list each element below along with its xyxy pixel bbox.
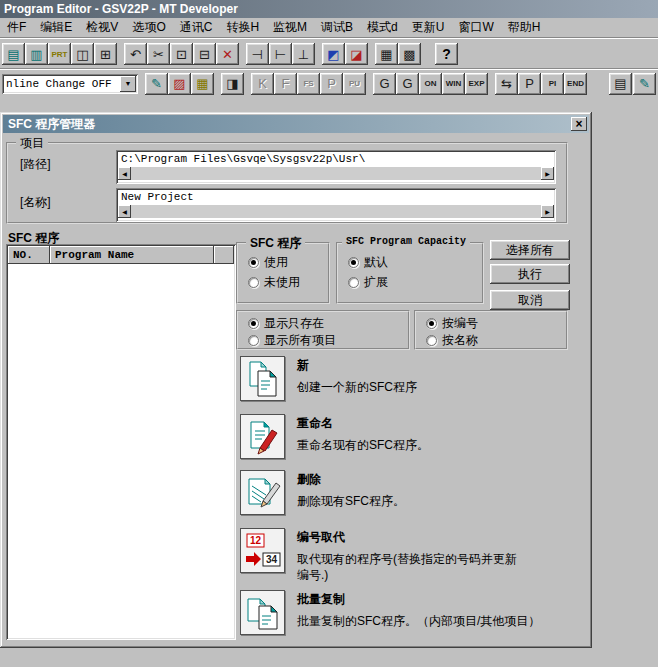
radio-by-number-label: 按编号 (442, 315, 478, 332)
radio-use[interactable]: 使用 (248, 254, 288, 271)
action-desc: 取代现有的程序号(替换指定的号码并更新 编号.) (297, 551, 579, 583)
rename-program-icon[interactable] (240, 414, 285, 459)
close-icon[interactable]: × (571, 117, 587, 131)
table-body[interactable] (8, 264, 234, 638)
menu-monitor[interactable]: 监视M (266, 17, 314, 38)
program-edit-icon[interactable]: ✎ (145, 73, 168, 95)
radio-show-existing-label: 显示只存在 (264, 315, 324, 332)
g-button[interactable]: G (373, 73, 396, 95)
comment-edit-icon[interactable]: ✎ (633, 73, 656, 95)
exp-button[interactable]: EXP (465, 73, 488, 95)
name-scrollbar[interactable]: ◀ ▶ (118, 205, 554, 218)
table-header-no[interactable]: NO. (8, 246, 50, 264)
pi-button[interactable]: PI (541, 73, 564, 95)
menu-comm[interactable]: 通讯C (173, 17, 220, 38)
radio-show-all[interactable]: 显示所有项目 (248, 332, 336, 349)
online-change-combo[interactable]: nline Change OFF ▼ (2, 74, 138, 94)
toolbar-separator (315, 43, 322, 65)
radio-show-existing[interactable]: 显示只存在 (248, 315, 324, 332)
ladder-mode-icon[interactable]: ▦ (191, 73, 214, 95)
print-setup-icon[interactable]: ▥ (25, 43, 48, 65)
win-button[interactable]: WIN (442, 73, 465, 95)
dialog-titlebar[interactable]: SFC 程序管理器 × (3, 115, 589, 133)
scroll-right-icon[interactable]: ▶ (541, 167, 554, 180)
capacity-group: SFC Program Capacity 默认 扩展 (336, 242, 484, 304)
menu-mode[interactable]: 模式d (360, 17, 405, 38)
action-title: 重命名 (297, 415, 579, 432)
menu-file[interactable]: 件F (0, 17, 33, 38)
usage-group: SFC 程序 使用 未使用 (236, 242, 330, 304)
scroll-track[interactable] (131, 167, 541, 180)
name-field[interactable]: New Project ◀ ▶ (116, 188, 556, 222)
menu-view[interactable]: 检视V (79, 17, 125, 38)
p-button[interactable]: P (518, 73, 541, 95)
menu-help[interactable]: 帮助H (501, 17, 548, 38)
cut-icon[interactable]: ✂ (147, 43, 170, 65)
step-pu-button[interactable]: PU (343, 73, 366, 95)
contact-open-icon[interactable]: ⊣ (246, 43, 269, 65)
program-table[interactable]: NO. Program Name (6, 244, 236, 640)
g2-button[interactable]: G (396, 73, 419, 95)
project-group-label: 项目 (16, 135, 48, 152)
monitor-mode-icon[interactable]: ▨ (168, 73, 191, 95)
renumber-program-icon[interactable]: 12 34 (240, 528, 285, 573)
on-button[interactable]: ON (419, 73, 442, 95)
path-scrollbar[interactable]: ◀ ▶ (118, 167, 554, 180)
window-titlebar[interactable]: Program Editor - GSV22P - MT Developer (0, 0, 658, 18)
jump-icon[interactable]: ⇆ (495, 73, 518, 95)
radio-extend[interactable]: 扩展 (348, 274, 388, 291)
scroll-right-icon[interactable]: ▶ (541, 205, 554, 218)
menu-update[interactable]: 更新U (405, 17, 452, 38)
menu-edit[interactable]: 编辑E (33, 17, 79, 38)
new-program-icon[interactable] (240, 356, 285, 401)
menu-convert[interactable]: 转换H (219, 17, 266, 38)
scroll-track[interactable] (131, 205, 541, 218)
step-p-button[interactable]: P (320, 73, 343, 95)
undo-icon[interactable]: ↶ (124, 43, 147, 65)
print-icon[interactable]: ▤ (2, 43, 25, 65)
combo-dropdown-icon[interactable]: ▼ (120, 76, 136, 92)
menu-window[interactable]: 窗口W (451, 17, 500, 38)
table-header-program-name[interactable]: Program Name (50, 246, 214, 264)
batch-copy-icon[interactable] (240, 590, 285, 635)
window-new-icon[interactable]: ⊞ (94, 43, 117, 65)
radio-unused[interactable]: 未使用 (248, 274, 300, 291)
cancel-button[interactable]: 取消 (490, 290, 570, 310)
action-desc: 删除现有SFC程序。 (297, 493, 579, 509)
grid-option-icon[interactable]: ▩ (398, 43, 421, 65)
application-window: Program Editor - GSV22P - MT Developer 件… (0, 0, 658, 667)
menu-options[interactable]: 选项O (125, 17, 172, 38)
step-f-button[interactable]: F (274, 73, 297, 95)
toolbar-separator (138, 73, 145, 95)
grid-icon[interactable]: ▦ (375, 43, 398, 65)
radio-by-name-label: 按名称 (442, 332, 478, 349)
select-all-button[interactable]: 选择所有 (490, 240, 570, 260)
copy-icon[interactable]: ⊡ (170, 43, 193, 65)
print-preview-icon[interactable]: PRT (48, 43, 71, 65)
paste-icon[interactable]: ⊟ (193, 43, 216, 65)
contact-close-icon[interactable]: ⊢ (269, 43, 292, 65)
radio-by-number[interactable]: 按编号 (426, 315, 478, 332)
radio-default[interactable]: 默认 (348, 254, 388, 271)
delete-icon[interactable]: ✕ (216, 43, 239, 65)
delete-program-icon[interactable] (240, 470, 285, 515)
split-view-icon[interactable]: ◨ (221, 73, 244, 95)
step-fs-button[interactable]: FS (297, 73, 320, 95)
scroll-left-icon[interactable]: ◀ (118, 205, 131, 218)
action-title: 批量复制 (297, 591, 579, 608)
coil-icon[interactable]: ⊥ (292, 43, 315, 65)
end-button[interactable]: END (564, 73, 587, 95)
help-icon[interactable]: ? (435, 43, 458, 65)
action-text: 重命名 重命名现有的SFC程序。 (297, 414, 579, 459)
window-tile-icon[interactable]: ◫ (71, 43, 94, 65)
scroll-left-icon[interactable]: ◀ (118, 167, 131, 180)
execute-button[interactable]: 执行 (490, 264, 570, 284)
device-monitor-icon[interactable]: ◩ (322, 43, 345, 65)
batch-monitor-icon[interactable]: ◪ (345, 43, 368, 65)
step-k-button[interactable]: K (251, 73, 274, 95)
radio-by-name[interactable]: 按名称 (426, 332, 478, 349)
menu-debug[interactable]: 调试B (314, 17, 360, 38)
path-field[interactable]: C:\Program Files\Gsvqe\Sysgsv22p\Usr\ ◀ … (116, 150, 556, 184)
list-view-icon[interactable]: ▤ (609, 73, 632, 95)
name-value: New Project (118, 190, 554, 205)
